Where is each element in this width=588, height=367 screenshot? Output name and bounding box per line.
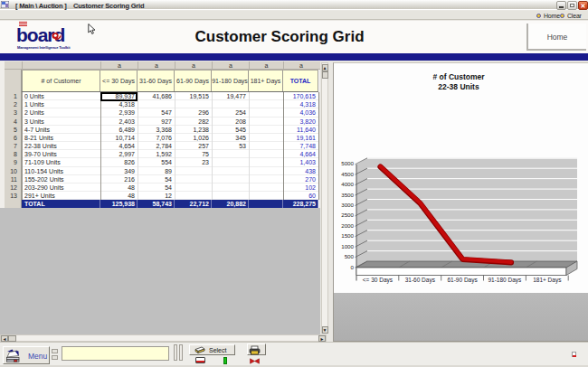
svg-text:3500: 3500 <box>341 192 354 198</box>
svg-text:# of Customer: # of Customer <box>432 72 485 81</box>
svg-text:22-38 Units: 22-38 Units <box>438 82 479 91</box>
svg-text:<= 30 Days: <= 30 Days <box>363 277 394 284</box>
svg-text:0: 0 <box>351 264 355 270</box>
svg-text:181+ Days: 181+ Days <box>533 277 562 284</box>
svg-text:3000: 3000 <box>341 202 354 208</box>
svg-text:2500: 2500 <box>341 212 354 218</box>
svg-text:4500: 4500 <box>341 171 354 177</box>
svg-text:1000: 1000 <box>341 243 354 249</box>
svg-text:1500: 1500 <box>341 232 354 239</box>
svg-text:31-60 Days: 31-60 Days <box>405 277 436 284</box>
svg-text:91-180 Days: 91-180 Days <box>488 277 522 284</box>
svg-text:61-90 Days: 61-90 Days <box>447 277 478 284</box>
svg-text:5000: 5000 <box>341 160 354 166</box>
svg-text:4000: 4000 <box>341 181 354 187</box>
svg-text:2000: 2000 <box>341 222 354 229</box>
svg-text:500: 500 <box>345 253 355 259</box>
